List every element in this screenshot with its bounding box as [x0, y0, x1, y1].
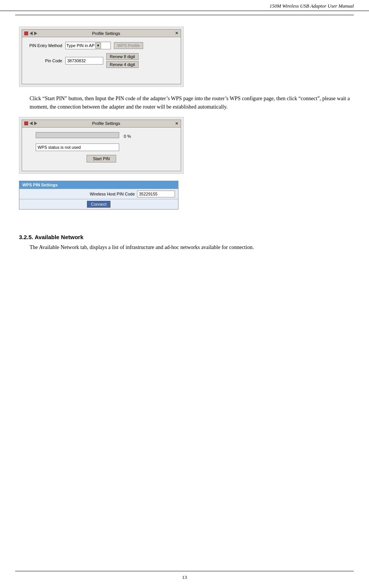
profile-settings-window-1: Profile Settings ✕ PIN Entry Method Type… — [22, 29, 181, 84]
profile-settings-window-2: Profile Settings ✕ 0 % Start PIN — [22, 120, 181, 171]
body-paragraph-1: Click “Start PIN” button, then Input the… — [19, 95, 350, 112]
wps-status-input — [36, 143, 119, 151]
page-content: Profile Settings ✕ PIN Entry Method Type… — [0, 19, 369, 267]
footer-divider — [15, 571, 354, 571]
status-row — [28, 143, 175, 151]
dropdown-arrow-icon[interactable]: ▼ — [95, 43, 101, 49]
pin-entry-label: PIN Entry Method — [28, 43, 62, 48]
close-icon-2[interactable]: ✕ — [175, 121, 178, 126]
stop-icon-2[interactable] — [24, 121, 28, 125]
wps-host-pin-input[interactable] — [137, 191, 175, 197]
profile-body-2: 0 % Start PIN — [22, 128, 181, 171]
wps-table-header: WPS PIN Settings — [19, 181, 178, 189]
section-heading: 3.2.5. Available Network — [19, 234, 350, 240]
pin-code-row: Pin Code Renew 8 digit Renew 4 digit — [28, 53, 175, 68]
manual-title: 150M Wireless USB Adaptor User Manual — [270, 3, 354, 9]
titlebar-controls-2 — [24, 121, 37, 125]
header-divider — [15, 15, 354, 15]
close-icon-1[interactable]: ✕ — [175, 31, 178, 36]
wps-connect-row: Connect — [19, 199, 178, 209]
screenshot-1: Profile Settings ✕ PIN Entry Method Type… — [19, 27, 184, 87]
connect-button[interactable]: Connect — [87, 201, 111, 208]
back-icon-2[interactable] — [30, 121, 33, 125]
back-icon[interactable] — [30, 32, 33, 35]
renew-4-button[interactable]: Renew 4 digit — [106, 61, 139, 68]
titlebar-2: Profile Settings ✕ — [22, 120, 181, 128]
wps-host-pin-row: Wireless Host PIN Code — [19, 189, 178, 199]
window-title-1: Profile Settings — [92, 31, 120, 36]
pin-code-input[interactable] — [65, 57, 103, 65]
page-header: 150M Wireless USB Adaptor User Manual — [0, 0, 369, 11]
forward-icon[interactable] — [34, 32, 37, 35]
pin-entry-dropdown[interactable]: Type PIN in AP ▼ — [65, 42, 111, 49]
titlebar-controls-1 — [24, 32, 37, 35]
stop-icon[interactable] — [24, 32, 28, 35]
start-pin-row: Start PIN — [28, 155, 175, 162]
pin-entry-value: Type PIN in AP — [66, 43, 95, 48]
profile-body-1: PIN Entry Method Type PIN in AP ▼ WPS Pr… — [22, 37, 181, 84]
start-pin-button[interactable]: Start PIN — [87, 155, 117, 162]
page-footer: 13 — [0, 574, 369, 580]
forward-icon-2[interactable] — [34, 121, 37, 125]
wps-host-pin-label: Wireless Host PIN Code — [22, 192, 137, 196]
page-number: 13 — [182, 574, 187, 580]
progress-percent: 0 % — [124, 134, 131, 139]
wps-pin-settings-table: WPS PIN Settings Wireless Host PIN Code … — [19, 181, 178, 210]
renew-8-button[interactable]: Renew 8 digit — [106, 53, 139, 60]
progress-bar — [36, 132, 119, 138]
titlebar-1: Profile Settings ✕ — [22, 30, 181, 37]
progress-row: 0 % — [28, 132, 175, 140]
pin-code-label: Pin Code — [28, 58, 62, 63]
wps-profile-button[interactable]: WPS Profile — [114, 42, 143, 49]
section-intro-text: The Available Network tab, displays a li… — [19, 243, 350, 252]
window-title-2: Profile Settings — [92, 121, 120, 126]
screenshot-2: Profile Settings ✕ 0 % Start PIN — [19, 117, 184, 174]
pin-entry-row: PIN Entry Method Type PIN in AP ▼ WPS Pr… — [28, 42, 175, 49]
